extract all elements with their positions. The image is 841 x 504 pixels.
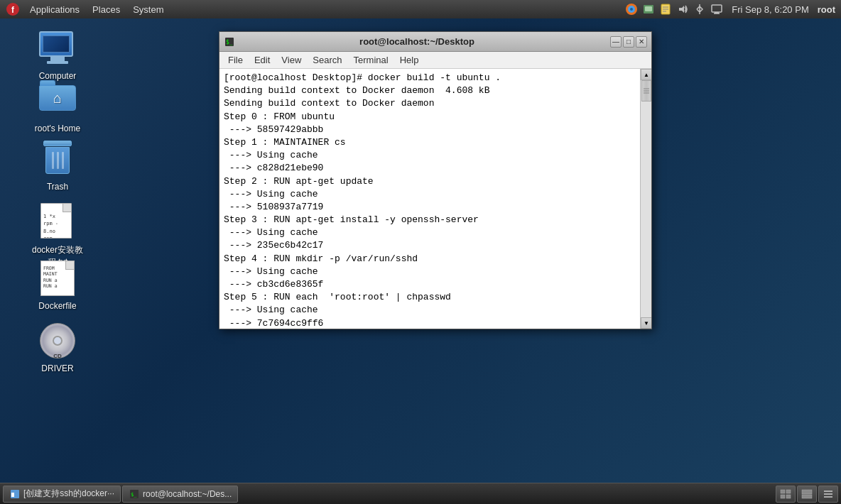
terminal-menubar: File Edit View Search Terminal Help [219,52,651,69]
svg-rect-25 [802,490,812,494]
svg-rect-12 [712,5,722,12]
taskbar: [创建支持ssh的docker··· $_ root@localhost:~/D… [0,483,841,504]
terminal-menu-file[interactable]: File [222,53,249,67]
taskbar-right [776,486,838,503]
terminal-menu-view[interactable]: View [276,53,307,67]
desktop-icon-home[interactable]: ⌂ root's Home [26,78,89,136]
taskbar-terminal-label: root@localhost:~/Des... [143,489,232,499]
home-label: root's Home [35,124,80,133]
topbar-places[interactable]: Places [87,3,126,16]
topbar-left: f Applications Places System [6,2,169,16]
topbar-time: Fri Sep 8, 6:20 PM [732,4,808,15]
home-icon: ⌂ [38,81,77,121]
topbar-username: root [818,4,835,15]
scrollbar-track[interactable] [641,80,651,317]
scrollbar-thumb[interactable] [641,80,651,102]
os-logo-icon: f [6,2,20,16]
svg-marker-11 [679,6,684,13]
svg-rect-24 [786,495,791,498]
topbar-applications[interactable]: Applications [24,3,85,16]
dockerfile-label: Dockerfile [38,301,76,311]
scrollbar-down-btn[interactable]: ▼ [641,317,651,329]
terminal-window: $_ root@localhost:~/Desktop — □ ✕ File E… [219,31,652,329]
desktop-icon-dockerfile[interactable]: FROM MAINT RUN a RUN a Dockerfile [26,256,89,314]
svg-rect-18 [11,493,14,497]
notes-icon[interactable] [659,3,672,16]
terminal-menu-edit[interactable]: Edit [249,53,276,67]
terminal-scrollbar[interactable]: ▲ ▼ [640,69,651,329]
desktop-icon-driver[interactable]: CD DRIVER [26,318,89,376]
sound-icon[interactable] [676,3,689,16]
taskbar-windows-btn[interactable] [776,486,796,503]
terminal-menu-help[interactable]: Help [394,53,425,67]
terminal-menu-terminal[interactable]: Terminal [348,53,394,67]
bluetooth-icon[interactable] [693,3,706,16]
taskbar-doc-icon [9,488,21,500]
computer-icon [38,28,77,68]
dockerfile-icon: FROM MAINT RUN a RUN a [38,258,77,298]
taskbar-window2-btn[interactable] [797,486,817,503]
taskbar-item-terminal[interactable]: $_ root@localhost:~/Des... [122,486,238,503]
firefox-icon[interactable] [625,3,638,16]
desktop-icon-computer[interactable]: Computer [26,26,89,84]
terminal-maximize-btn[interactable]: □ [623,36,634,48]
svg-text:$_: $_ [131,492,137,498]
terminal-content: [root@localhost Desktop]# docker build -… [219,69,651,329]
svg-point-4 [630,8,633,11]
desktop-icon-trash[interactable]: Trash [26,136,89,195]
terminal-output: [root@localhost Desktop]# docker build -… [219,69,640,329]
svg-rect-21 [781,490,785,493]
topbar-right: Fri Sep 8, 6:20 PM root [625,3,835,16]
svg-rect-23 [781,495,785,498]
terminal-titlebar[interactable]: $_ root@localhost:~/Desktop — □ ✕ [219,32,651,52]
terminal-buttons: — □ ✕ [610,36,647,48]
svg-rect-22 [786,490,791,493]
textfile-icon: 1 *x rpm - 8.no rom... [38,202,77,241]
terminal-title: root@localhost:~/Desktop [224,36,610,47]
svg-rect-6 [645,6,652,11]
topbar: f Applications Places System [0,0,841,18]
svg-rect-26 [802,495,812,498]
terminal-close-btn[interactable]: ✕ [636,36,647,48]
trash-label: Trash [47,182,68,192]
app2-icon[interactable] [642,3,655,16]
scrollbar-up-btn[interactable]: ▲ [641,69,651,80]
driver-label: DRIVER [41,363,73,373]
taskbar-menu-btn[interactable] [818,486,838,503]
cd-icon: CD [38,321,77,361]
taskbar-terminal-icon: $_ [129,488,140,500]
trash-icon [38,139,77,179]
taskbar-item-doc[interactable]: [创建支持ssh的docker··· [3,486,121,503]
network-icon[interactable] [710,3,723,16]
terminal-minimize-btn[interactable]: — [610,36,622,48]
topbar-system[interactable]: System [127,3,169,16]
taskbar-doc-label: [创建支持ssh的docker··· [23,488,114,500]
terminal-menu-search[interactable]: Search [307,53,347,67]
